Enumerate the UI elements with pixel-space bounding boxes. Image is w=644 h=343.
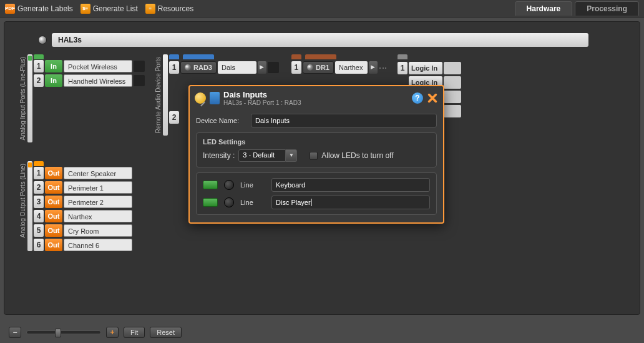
line-led-icon[interactable]	[203, 198, 218, 207]
zoom-in-button[interactable]: +	[106, 327, 119, 338]
port-number: 4	[34, 210, 44, 222]
dr1-group: 1 DR1 Narthex ▶ ⋮	[291, 54, 385, 74]
logic-slot[interactable]	[444, 105, 461, 117]
port-label[interactable]: Center Speaker	[64, 167, 132, 179]
port-direction-out: Out	[45, 239, 62, 251]
port-number: 5	[34, 224, 44, 237]
tab-hardware[interactable]: Hardware	[515, 1, 573, 16]
resources-icon: ≡	[145, 4, 155, 14]
logic-slot[interactable]	[444, 76, 461, 89]
dialog-header[interactable]: Dais Inputs HAL3s - RAD Port 1 : RAD3 ?	[190, 86, 443, 110]
port-direction-out: Out	[45, 224, 62, 237]
zoom-slider-thumb[interactable]	[55, 329, 61, 337]
line-knob-icon[interactable]	[224, 197, 234, 207]
generate-labels-button[interactable]: PDF Generate Labels	[5, 4, 73, 14]
line-type: Line	[240, 181, 265, 189]
port-label[interactable]: Handheld Wireless	[64, 74, 132, 87]
port-number: 2	[34, 74, 44, 87]
zoom-slider[interactable]	[26, 331, 101, 334]
line-row: Line	[203, 178, 430, 192]
dais-inputs-dialog: Dais Inputs HAL3s - RAD Port 1 : RAD3 ? …	[188, 85, 444, 224]
generate-labels-label: Generate Labels	[17, 4, 73, 13]
generate-list-label: Generate List	[93, 4, 138, 13]
tabs: Hardware Processing	[515, 1, 639, 16]
rad-expand-button[interactable]: ▶	[258, 61, 266, 74]
port-row: 2OutPerimeter 1	[34, 181, 132, 194]
remote-audio-strip	[163, 54, 168, 136]
line-led-icon[interactable]	[203, 181, 218, 189]
rad3-chip[interactable]: RAD3	[180, 61, 217, 74]
list-icon: $≡	[80, 4, 90, 14]
port-label[interactable]: Channel 6	[64, 239, 132, 251]
close-icon[interactable]	[427, 92, 438, 104]
port-number: 3	[34, 196, 44, 208]
device-name-input[interactable]	[251, 114, 437, 127]
intensity-label: Intensity :	[203, 151, 235, 160]
port-connector-icon[interactable]	[268, 62, 279, 73]
port-direction-out: Out	[45, 196, 62, 208]
port-row: 1 In Pocket Wireless	[34, 60, 145, 72]
port-label[interactable]: Perimeter 1	[64, 181, 132, 194]
footer-controls: − + Fit Reset	[9, 327, 182, 338]
line-knob-icon[interactable]	[224, 180, 234, 190]
allow-leds-off-checkbox[interactable]	[310, 152, 318, 160]
reset-button[interactable]: Reset	[150, 327, 182, 338]
logic-slot[interactable]	[444, 62, 461, 74]
help-icon[interactable]: ?	[412, 92, 423, 104]
port-label[interactable]: Cry Room	[64, 224, 132, 237]
resources-label: Resources	[158, 4, 193, 13]
port-label[interactable]: Pocket Wireless	[64, 60, 132, 72]
dr-menu-icon[interactable]: ⋮	[379, 64, 385, 71]
dr-expand-button[interactable]: ▶	[369, 61, 378, 74]
pdf-icon: PDF	[5, 4, 15, 14]
dr-led-icon	[307, 64, 313, 71]
logic-label[interactable]: Logic In	[409, 62, 442, 74]
dr1-chip[interactable]: DR1	[303, 61, 334, 74]
pin-icon[interactable]	[195, 92, 206, 104]
chevron-down-icon[interactable]: ▼	[286, 149, 297, 162]
rad-label[interactable]: Dais Inputs	[218, 61, 256, 74]
text-cursor-icon	[311, 199, 312, 206]
port-row: 5OutCry Room	[34, 224, 132, 237]
port-row: 6OutChannel 6	[34, 239, 132, 251]
port-direction-in: In	[45, 74, 62, 87]
port-direction-out: Out	[45, 167, 62, 179]
intensity-select[interactable]: 3 - Default ▼	[238, 149, 297, 162]
rad-led-icon	[185, 64, 191, 71]
port-direction-out: Out	[45, 181, 62, 194]
line-name-input[interactable]	[271, 178, 430, 192]
port-direction-in: In	[45, 60, 62, 72]
dr-name: DR1	[316, 64, 329, 71]
port-number: 1	[34, 167, 44, 179]
analog-input-title: Analog Input Ports (Line-Plus)	[19, 54, 26, 142]
port-connector-icon[interactable]	[134, 75, 145, 86]
line-name-input[interactable]: Disc Player	[271, 196, 430, 209]
analog-input-rows: 1 In Pocket Wireless 2 In Handheld Wirel…	[34, 60, 145, 87]
logic-slot[interactable]	[444, 91, 461, 103]
port-direction-out: Out	[45, 210, 62, 222]
rad-port-number: 1	[169, 61, 179, 74]
lines-section: Line Line Disc Player	[196, 172, 437, 215]
zoom-out-button[interactable]: −	[9, 327, 21, 338]
line-row: Line Disc Player	[203, 196, 430, 209]
resources-button[interactable]: ≡ Resources	[145, 4, 193, 14]
device-status-led-icon	[38, 36, 47, 44]
device-icon	[210, 92, 220, 104]
logic-row: 1 Logic In	[398, 62, 461, 74]
remote-audio-title: Remote Audio Device Ports	[155, 54, 162, 136]
dr-label[interactable]: Narthex	[335, 61, 368, 74]
port-label[interactable]: Narthex	[64, 210, 132, 222]
device-title[interactable]: HAL3s	[52, 33, 588, 47]
fit-button[interactable]: Fit	[124, 327, 145, 338]
port-connector-icon[interactable]	[134, 61, 145, 72]
allow-leds-off-label: Allow LEDs to turn off	[321, 151, 393, 160]
analog-output-title: Analog Output Ports (Line)	[19, 161, 26, 240]
port-row: 3OutPerimeter 2	[34, 196, 132, 208]
port-number: 1	[34, 60, 44, 72]
rad-name: RAD3	[193, 64, 212, 71]
rad3-row: 1 RAD3 Dais Inputs ▶	[169, 61, 279, 74]
port-label[interactable]: Perimeter 2	[64, 196, 132, 208]
generate-list-button[interactable]: $≡ Generate List	[80, 4, 138, 14]
analog-output-rows: 1OutCenter Speaker 2OutPerimeter 1 3OutP…	[34, 167, 132, 251]
tab-processing[interactable]: Processing	[575, 1, 639, 16]
